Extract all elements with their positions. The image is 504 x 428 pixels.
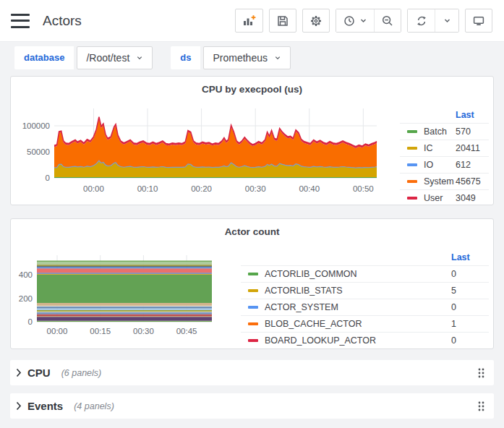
svg-text:00:50: 00:50 [353,184,374,193]
series-name[interactable]: ACTORLIB_STATS [265,286,451,296]
row-cpu[interactable]: CPU (6 panels) [10,360,494,385]
variable-ds-selected: Prometheus [213,52,267,64]
svg-text:00:10: 00:10 [137,184,158,193]
refresh-icon [415,14,428,27]
series-name[interactable]: BOARD_LOOKUP_ACTOR [265,335,451,346]
chevron-down-icon [136,54,143,61]
svg-text:0: 0 [46,174,50,182]
svg-text:00:15: 00:15 [90,327,111,335]
legend-row: System45675 [400,173,489,189]
refresh-interval-button[interactable] [435,9,458,32]
legend-row: BOARD_LOOKUP_ACTOR0 [241,332,489,348]
series-last-value: 0 [451,302,489,312]
series-name[interactable]: IC [424,143,456,153]
variable-database: database /Root/test [14,46,153,69]
series-last-value: 612 [456,160,489,170]
menu-button[interactable] [10,13,30,29]
row-panel-count: (4 panels) [74,401,114,411]
svg-text:100000: 100000 [22,121,50,130]
series-color-swatch [407,163,417,166]
variable-ds-label: ds [171,46,200,69]
series-name[interactable]: User [424,193,456,203]
legend-row: IO612 [400,156,489,173]
toolbar [235,9,492,33]
variable-ds-value[interactable]: Prometheus [203,46,290,69]
legend-row: IC20411 [400,140,489,156]
series-last-value: 1 [451,319,489,329]
monitor-icon [472,14,485,27]
svg-text:400: 400 [19,270,33,279]
legend-header-last[interactable]: Last [456,110,489,120]
variable-database-label: database [14,46,74,69]
variable-database-value[interactable]: /Root/test [77,46,153,69]
time-range-button[interactable] [336,9,374,32]
series-color-swatch [248,322,258,325]
legend-row: ACTORLIB_STATS5 [241,282,489,299]
legend-row: ACTORLIB_COMMON0 [241,265,489,282]
row-panel-count: (6 panels) [61,368,102,378]
panel-title-actors[interactable]: Actor count [11,219,493,239]
panel-cpu-by-execpool: CPU by execpool (us) 05000010000000:0000… [10,76,494,205]
chevron-down-icon [274,54,281,61]
save-icon [276,14,289,27]
series-last-value: 20411 [456,143,489,153]
add-panel-button[interactable] [235,9,263,33]
series-name[interactable]: BLOB_CACHE_ACTOR [265,319,451,329]
series-last-value: 570 [456,127,489,137]
series-last-value: 0 [451,269,489,279]
series-color-swatch [248,273,258,275]
series-last-value: 0 [451,335,489,346]
series-color-swatch [248,339,258,342]
chevron-down-icon [359,17,367,25]
zoom-out-button[interactable] [374,9,401,32]
series-color-swatch [407,130,417,133]
variable-database-selected: /Root/test [86,52,129,64]
series-name[interactable]: ACTORLIB_COMMON [265,269,451,279]
row-title: Events [27,400,63,412]
svg-text:00:20: 00:20 [191,184,212,193]
series-name[interactable]: Batch [424,127,456,137]
add-panel-icon [242,14,256,27]
series-color-swatch [407,180,417,183]
drag-handle-icon[interactable] [476,399,487,414]
series-name[interactable]: System [424,176,456,187]
dashboard-settings-button[interactable] [302,9,330,33]
svg-text:0: 0 [28,317,33,326]
chevron-down-icon [443,17,451,25]
legend-row: User3049 [400,189,489,206]
gear-icon [309,14,323,27]
series-name[interactable]: IO [424,160,456,170]
svg-text:00:30: 00:30 [133,327,154,335]
zoom-out-icon [381,14,394,27]
refresh-button[interactable] [408,9,435,32]
row-events[interactable]: Events (4 panels) [10,393,494,419]
legend-header-last[interactable]: Last [451,252,489,262]
svg-text:00:45: 00:45 [176,327,197,335]
legend-row: Batch570 [400,123,489,140]
hamburger-icon [11,14,30,16]
panel-actor-count: Actor count 020040000:0000:1500:3000:45 … [10,218,494,349]
actor-count-chart[interactable]: 020040000:0000:1500:3000:45 [12,242,238,348]
drag-handle-icon[interactable] [476,366,487,380]
legend-header: Last [241,249,489,265]
row-title: CPU [27,367,51,379]
dashboard-grid: CPU by execpool (us) 05000010000000:0000… [0,76,504,419]
svg-text:00:00: 00:00 [83,184,104,193]
cpu-legend: LastBatch570IC20411IO612System45675User3… [400,106,489,206]
svg-text:00:30: 00:30 [245,184,266,193]
series-color-swatch [407,147,417,150]
top-nav: Actors [0,0,504,42]
series-color-swatch [248,306,258,309]
refresh-group [407,9,459,33]
svg-text:50000: 50000 [27,147,50,156]
legend-header: Last [400,106,489,123]
panel-title-cpu[interactable]: CPU by execpool (us) [11,77,493,97]
dashboard-submenu: database /Root/test ds Prometheus [0,42,504,76]
series-name[interactable]: ACTOR_SYSTEM [265,302,451,312]
page-title: Actors [43,13,82,29]
legend-row: BLOB_CACHE_ACTOR1 [241,315,489,332]
variable-ds: ds Prometheus [171,46,291,69]
save-dashboard-button[interactable] [269,9,296,33]
view-mode-button[interactable] [465,9,492,33]
cpu-chart[interactable]: 05000010000000:0000:1000:2000:3000:4000:… [12,100,396,205]
